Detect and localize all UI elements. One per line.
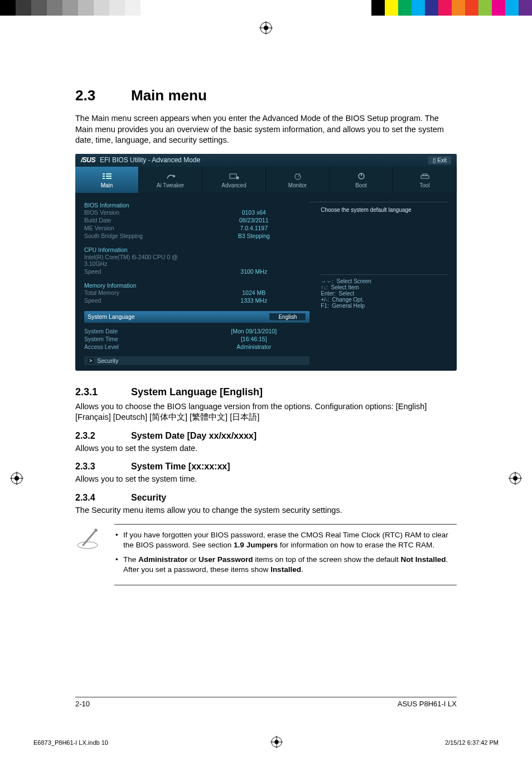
intro-paragraph: The Main menu screen appears when you en… xyxy=(75,113,457,146)
page-number: 2-10 xyxy=(75,700,90,708)
bios-group-head: Memory Information xyxy=(84,282,309,289)
bios-setting-row[interactable]: System Date[Mon 09/13/2010] xyxy=(84,327,309,335)
print-date: 2/15/12 6:37:42 PM xyxy=(445,739,499,746)
section-number: 2.3 xyxy=(75,87,131,104)
bios-info-row: Build Date08/23/2011 xyxy=(84,216,309,224)
subsection-body: Allows you to set the system date. xyxy=(75,443,457,454)
bios-info-row: ME Version7.0.4.1197 xyxy=(84,224,309,232)
svg-rect-16 xyxy=(103,178,105,179)
subsection-body: Allows you to set the system time. xyxy=(75,474,457,485)
bios-left-panel: BIOS InformationBIOS Version0103 x64Buil… xyxy=(84,201,309,365)
svg-rect-17 xyxy=(106,178,112,179)
bios-tabs: MainAi TweakeriAdvancedMonitorBootTool xyxy=(75,167,457,193)
bios-titlebar: /SUS EFI BIOS Utility - Advanced Mode ▯ … xyxy=(75,154,457,167)
bios-tab-tool[interactable]: Tool xyxy=(393,167,457,193)
bios-screenshot: /SUS EFI BIOS Utility - Advanced Mode ▯ … xyxy=(75,154,457,371)
svg-point-18 xyxy=(173,175,175,177)
svg-text:i: i xyxy=(237,177,238,180)
bios-setting-row[interactable]: System Time[16:46:15] xyxy=(84,335,309,343)
registration-mark-left xyxy=(10,472,23,487)
bios-help-panel: Choose the system default language →←: S… xyxy=(309,202,448,365)
svg-line-23 xyxy=(298,175,299,177)
bios-info-row: Total Memory1024 MB xyxy=(84,289,309,297)
registration-mark-bottom xyxy=(270,736,283,749)
bios-group-head: CPU Information xyxy=(84,246,309,253)
bios-group-head: BIOS Information xyxy=(84,202,309,208)
chevron-right-icon: > xyxy=(88,358,94,363)
subsection-heading: 2.3.3System Time [xx:xx:xx] xyxy=(75,462,457,472)
svg-point-30 xyxy=(78,542,98,549)
bios-brand: /SUS xyxy=(81,156,95,164)
note-box: If you have forgotten your BIOS password… xyxy=(75,524,457,586)
svg-line-25 xyxy=(299,173,300,174)
svg-rect-28 xyxy=(421,176,429,178)
security-label: Security xyxy=(97,357,118,364)
section-heading: 2.3Main menu xyxy=(75,87,457,104)
svg-rect-13 xyxy=(106,173,112,174)
subsection-heading: 2.3.4Security xyxy=(75,493,457,503)
bios-tab-ai-tweaker[interactable]: Ai Tweaker xyxy=(139,167,202,193)
subsection-body: The Security menu items allow you to cha… xyxy=(75,505,457,516)
subsection-heading: 2.3.2System Date [Day xx/xx/xxxx] xyxy=(75,431,457,441)
page-footer: 2-10 ASUS P8H61-I LX xyxy=(75,697,457,708)
bios-info-row: BIOS Version0103 x64 xyxy=(84,208,309,216)
print-footer: E6873_P8H61-I LX.indb 10 2/15/12 6:37:42… xyxy=(0,719,532,760)
system-language-label: System Language xyxy=(88,313,135,320)
subsection-body: Allows you to choose the BIOS language v… xyxy=(75,401,457,423)
security-row[interactable]: > Security xyxy=(84,356,309,365)
note-item: The Administrator or User Password items… xyxy=(114,555,454,575)
section-title: Main menu xyxy=(131,87,207,104)
note-item: If you have forgotten your BIOS password… xyxy=(114,530,454,550)
bios-tab-main[interactable]: Main xyxy=(75,167,139,193)
bios-key-help: →←: Select Screen ↑↓: Select Item Enter:… xyxy=(321,274,448,309)
print-color-bar xyxy=(0,0,532,16)
svg-line-24 xyxy=(296,173,297,174)
svg-rect-14 xyxy=(103,176,105,177)
note-content: If you have forgotten your BIOS password… xyxy=(114,524,457,586)
subsection-heading: 2.3.1System Language [English] xyxy=(75,386,457,398)
svg-rect-15 xyxy=(106,176,112,177)
footer-model: ASUS P8H61-I LX xyxy=(398,700,457,708)
bios-exit-button[interactable]: ▯ Exit xyxy=(428,156,451,164)
svg-rect-19 xyxy=(230,174,236,178)
svg-rect-12 xyxy=(103,173,105,174)
bios-info-row: South Bridge SteppingB3 Stepping xyxy=(84,232,309,240)
bios-tab-boot[interactable]: Boot xyxy=(330,167,393,193)
system-language-value[interactable]: English xyxy=(269,313,306,321)
bios-tab-advanced[interactable]: iAdvanced xyxy=(202,167,266,193)
registration-mark-top xyxy=(0,21,532,37)
bios-info-row: Speed3100 MHz xyxy=(84,268,309,275)
note-icon xyxy=(75,524,114,586)
exit-icon: ▯ xyxy=(433,157,438,163)
bios-info-row: Speed1333 MHz xyxy=(84,297,309,304)
bios-tab-monitor[interactable]: Monitor xyxy=(266,167,330,193)
registration-mark-right xyxy=(509,472,522,487)
bios-info-row: Intel(R) Core(TM) i5-2400 CPU 0 @ 3.10GH… xyxy=(84,253,309,268)
system-language-row[interactable]: System Language English xyxy=(84,311,309,323)
bios-setting-row[interactable]: Access LevelAdministrator xyxy=(84,343,309,351)
bios-help-text: Choose the system default language xyxy=(321,207,448,213)
bios-title: EFI BIOS Utility - Advanced Mode xyxy=(100,156,200,164)
print-file: E6873_P8H61-I LX.indb 10 xyxy=(33,739,108,746)
svg-rect-29 xyxy=(423,174,427,176)
